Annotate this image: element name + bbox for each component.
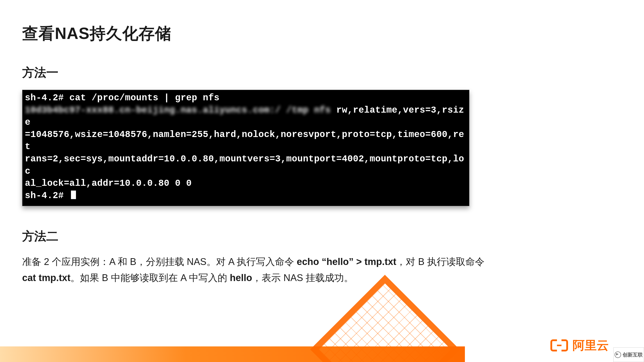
watermark-badge: 创新互联 [613,347,644,362]
code-cat: cat tmp.txt [22,273,70,283]
terminal-line-1: sh-4.2# cat /proc/mounts | grep nfs [25,92,467,104]
shell-command: cat /proc/mounts | grep nfs [69,93,220,103]
terminal-line-6: sh-4.2# [25,190,467,202]
play-circle-icon [615,351,621,358]
desc-part-2: ，对 B 执行读取命令 [396,256,484,267]
terminal-output: sh-4.2# cat /proc/mounts | grep nfs 10d3… [22,90,469,206]
terminal-cursor-icon [71,191,76,199]
terminal-line-3: =1048576,wsize=1048576,namlen=255,hard,n… [25,129,467,153]
desc-part-3: 。如果 B 中能够读取到在 A 中写入的 [70,273,230,283]
redacted-host: 10d3b4bc97-xxx88.cn-beijing.nas.aliyuncs… [25,105,331,115]
terminal-line-2: 10d3b4bc97-xxx88.cn-beijing.nas.aliyuncs… [25,104,467,129]
method-2-description: 准备 2 个应用实例：A 和 B，分别挂载 NAS。对 A 执行写入命令 ech… [22,254,485,286]
method-1-heading: 方法一 [22,65,622,81]
shell-prompt: sh-4.2# [25,191,69,201]
terminal-line-4: rans=2,sec=sys,mountaddr=10.0.0.80,mount… [25,153,467,177]
slide: 查看NAS持久化存储 方法一 sh-4.2# cat /proc/mounts … [0,0,644,362]
brand-text: 阿里云 [573,337,609,353]
page-title: 查看NAS持久化存储 [22,23,622,44]
method-2-heading: 方法二 [22,228,622,244]
shell-prompt: sh-4.2# [25,93,69,103]
desc-part-1: 准备 2 个应用实例：A 和 B，分别挂载 NAS。对 A 执行写入命令 [22,256,297,267]
code-echo: echo “hello” > tmp.txt [297,256,396,267]
code-hello: hello [230,273,252,283]
terminal-line-5: al_lock=all,addr=10.0.0.80 0 0 [25,177,467,190]
aliyun-bracket-icon [550,339,568,351]
watermark-text: 创新互联 [623,351,643,358]
terminal-screenshot: sh-4.2# cat /proc/mounts | grep nfs 10d3… [22,90,469,206]
brand-logo: 阿里云 [550,337,609,353]
desc-part-4: ，表示 NAS 挂载成功。 [252,273,353,283]
